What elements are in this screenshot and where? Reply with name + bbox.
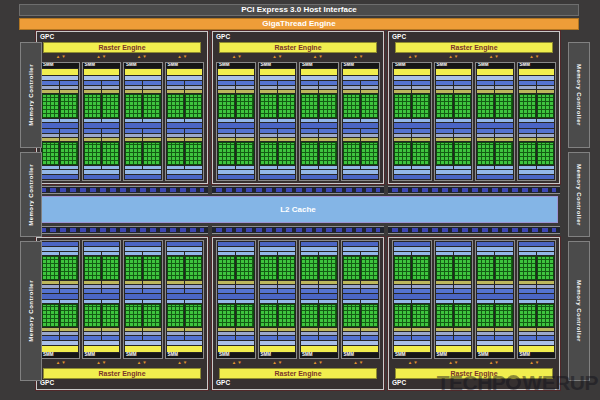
ldst-sfu-bar [343,119,360,122]
processing-block-row [519,129,555,170]
ldst-sfu-bar [454,300,471,303]
cuda-core-grid [260,304,277,328]
register-file-bar [412,328,429,331]
register-file-bar [319,328,336,331]
sm-unit: SMM [475,240,515,359]
processing-block [125,81,142,122]
texture-units-bar [42,294,78,299]
instruction-cache-bar [42,76,78,80]
instruction-buffer-bar [84,81,101,85]
instruction-buffer-bar [519,129,536,133]
ldst-sfu-bar [343,252,360,255]
warp-scheduler-bar [454,332,471,335]
processing-block [394,81,411,122]
sm-label-text: SMM [41,63,54,68]
cuda-core-grid [394,94,411,118]
warp-scheduler-bar [185,285,202,288]
ldst-sfu-bar [519,119,536,122]
instruction-buffer-bar [519,81,536,85]
warp-scheduler-bar [278,134,295,137]
instruction-cache-bar [477,341,513,345]
processing-block [301,81,318,122]
cuda-core-grid [519,256,536,280]
warp-scheduler-bar [537,332,554,335]
cuda-core-grid [218,94,235,118]
sm-label: SMM [518,63,556,68]
ldst-sfu-bar [537,300,554,303]
instruction-buffer-bar [167,81,184,85]
register-file-bar [436,138,453,141]
sm-row: SMMSMMSMMSMM [392,240,556,359]
register-file-bar [519,138,536,141]
warp-scheduler-bar [436,134,453,137]
ldst-sfu-bar [477,252,494,255]
instruction-buffer-bar [454,129,471,133]
warp-scheduler-bar [60,86,77,89]
up-down-arrows-icon: ▲▼ [515,54,556,61]
texture-l1-cache-bar [301,247,337,251]
ldst-sfu-bar [477,166,494,169]
raster-engine-bar: Raster Engine [43,368,201,379]
up-down-arrows-icon: ▲▼ [298,360,339,367]
up-down-arrows-icon: ▲▼ [339,54,380,61]
processing-block-row [477,129,513,170]
ldst-sfu-bar [361,300,378,303]
processing-block [143,81,160,122]
processing-block [185,129,202,170]
up-down-arrows-icon: ▲▼ [41,360,82,367]
instruction-cache-bar [301,76,337,80]
ldst-sfu-bar [278,300,295,303]
warp-scheduler-bar [477,332,494,335]
cuda-core-grid [519,142,536,166]
processing-block [84,252,101,293]
instruction-buffer-bar [495,81,512,85]
ldst-sfu-bar [436,252,453,255]
processing-block [125,252,142,293]
ldst-sfu-bar [260,119,277,122]
processing-block-row [260,252,296,293]
ldst-sfu-bar [236,166,253,169]
cuda-core-grid [436,142,453,166]
register-file-bar [260,328,277,331]
processing-block-row [167,300,203,341]
register-file-bar [495,281,512,284]
sm-label-text: SMM [124,353,137,358]
shared-memory-bar [167,175,203,179]
instruction-buffer-bar [260,81,277,85]
instruction-buffer-bar [477,129,494,133]
sm-label: SMM [217,63,255,68]
warp-scheduler-bar [143,332,160,335]
sm-label: SMM [83,63,121,68]
instruction-cache-bar [436,76,472,80]
shared-memory-bar [260,175,296,179]
cuda-core-grid [412,142,429,166]
processing-block [477,252,494,293]
ldst-sfu-bar [102,300,119,303]
warp-scheduler-bar [319,134,336,137]
instruction-buffer-bar [278,129,295,133]
cuda-core-grid [143,256,160,280]
register-file-bar [143,138,160,141]
register-file-bar [495,138,512,141]
cuda-core-grid [343,94,360,118]
warp-scheduler-bar [412,134,429,137]
cuda-core-grid [519,304,536,328]
ldst-sfu-bar [218,252,235,255]
processing-block [167,300,184,341]
warp-scheduler-bar [260,134,277,137]
ldst-sfu-bar [236,119,253,122]
texture-units-bar [84,294,120,299]
register-file-bar [84,90,101,93]
gigathread-engine-bar: GigaThread Engine [19,18,579,30]
cuda-core-grid [343,142,360,166]
polymorph-engine-bar [301,346,337,352]
cuda-core-grid [436,94,453,118]
instruction-buffer-bar [394,289,411,293]
processing-block [236,252,253,293]
memory-controller-block: Memory Controller [20,241,42,381]
sm-unit: SMM [392,62,432,181]
instruction-buffer-bar [260,336,277,340]
ldst-sfu-bar [278,166,295,169]
sm-label: SMM [124,353,162,358]
sm-label: SMM [166,63,204,68]
